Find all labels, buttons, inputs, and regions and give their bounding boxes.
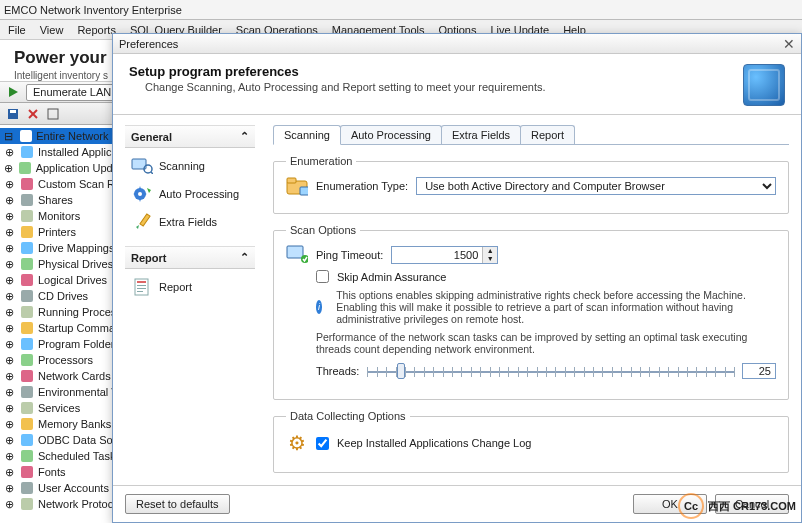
nav-group-report[interactable]: Report ⌃: [125, 246, 255, 269]
navitem-scanning[interactable]: Scanning: [127, 152, 253, 180]
tree-expand-icon[interactable]: ⊕: [2, 209, 16, 223]
tree-node-icon: [20, 225, 34, 239]
ok-button[interactable]: OK: [633, 494, 707, 514]
threads-value[interactable]: [742, 363, 776, 379]
tree-item[interactable]: ⊕Scheduled Tasks: [0, 448, 130, 464]
nav-tree[interactable]: ⊟Entire Network - (0⊕Installed Applicati…: [0, 128, 130, 523]
spinner-up-icon[interactable]: ▲: [483, 247, 497, 255]
tree-expand-icon[interactable]: ⊕: [2, 193, 16, 207]
tree-node-icon: [20, 209, 34, 223]
ping-timeout-value[interactable]: [392, 248, 482, 262]
tree-item[interactable]: ⊕Application Update: [0, 160, 130, 176]
tree-expand-icon[interactable]: ⊕: [2, 145, 16, 159]
tree-item[interactable]: ⊕User Accounts: [0, 480, 130, 496]
menu-file[interactable]: File: [8, 24, 26, 36]
tree-item[interactable]: ⊕ODBC Data Sourc: [0, 432, 130, 448]
tree-expand-icon[interactable]: ⊕: [2, 401, 16, 415]
tree-item[interactable]: ⊕Drive Mappings: [0, 240, 130, 256]
skip-admin-hint: This options enables skipping administra…: [336, 289, 776, 325]
tree-item[interactable]: ⊕Memory Banks: [0, 416, 130, 432]
cancel-button[interactable]: Cancel: [715, 494, 789, 514]
menu-view[interactable]: View: [40, 24, 64, 36]
play-icon[interactable]: [6, 85, 20, 99]
tree-item[interactable]: ⊕Monitors: [0, 208, 130, 224]
tree-node-icon: [20, 353, 34, 367]
tree-expand-icon[interactable]: ⊕: [2, 465, 16, 479]
tree-node-icon: [20, 481, 34, 495]
svg-rect-6: [20, 130, 32, 142]
svg-rect-22: [21, 386, 33, 398]
info-icon: i: [316, 300, 322, 314]
tree-item[interactable]: ⊕Custom Scan Res: [0, 176, 130, 192]
enumerate-lan-label: Enumerate LAN: [33, 86, 111, 98]
tree-expand-icon[interactable]: ⊕: [2, 353, 16, 367]
navitem-autoproc[interactable]: Auto Processing: [127, 180, 253, 208]
tree-item[interactable]: ⊕Processors: [0, 352, 130, 368]
tree-expand-icon[interactable]: ⊕: [2, 161, 15, 175]
tab-extrafields[interactable]: Extra Fields: [441, 125, 521, 144]
tab-autoprocessing[interactable]: Auto Processing: [340, 125, 442, 144]
tree-expand-icon[interactable]: ⊕: [2, 369, 16, 383]
tree-expand-icon[interactable]: ⊕: [2, 289, 16, 303]
svg-rect-29: [21, 498, 33, 510]
svg-rect-21: [21, 370, 33, 382]
close-icon[interactable]: ✕: [783, 36, 795, 52]
group-scanoptions: Scan Options Ping Timeout: ▲ ▼ Skip Admi…: [273, 224, 789, 400]
tree-item[interactable]: ⊕Program Folders: [0, 336, 130, 352]
tree-item[interactable]: ⊕Installed Applicati: [0, 144, 130, 160]
navitem-extrafields[interactable]: Extra Fields: [127, 208, 253, 236]
tree-item[interactable]: ⊕Services: [0, 400, 130, 416]
tree-expand-icon[interactable]: ⊕: [2, 225, 16, 239]
tree-item[interactable]: ⊕Fonts: [0, 464, 130, 480]
tree-item[interactable]: ⊕Logical Drives: [0, 272, 130, 288]
tree-expand-icon[interactable]: ⊕: [2, 337, 16, 351]
menu-reports[interactable]: Reports: [77, 24, 116, 36]
reset-defaults-button[interactable]: Reset to defaults: [125, 494, 230, 514]
navitem-report[interactable]: Report: [127, 273, 253, 301]
tree-expand-icon[interactable]: ⊕: [2, 257, 16, 271]
svg-rect-27: [21, 466, 33, 478]
svg-rect-20: [21, 354, 33, 366]
svg-rect-12: [21, 226, 33, 238]
keep-log-checkbox[interactable]: [316, 437, 329, 450]
tree-expand-icon[interactable]: ⊕: [2, 417, 16, 431]
tree-item[interactable]: ⊕Running Processe: [0, 304, 130, 320]
tree-expand-icon[interactable]: ⊕: [2, 497, 16, 511]
tree-expand-icon[interactable]: ⊕: [2, 305, 16, 319]
tree-item[interactable]: ⊕CD Drives: [0, 288, 130, 304]
threads-slider[interactable]: [367, 361, 734, 381]
save-icon[interactable]: [6, 107, 20, 121]
svg-point-34: [138, 192, 142, 196]
keep-log-label: Keep Installed Applications Change Log: [337, 437, 531, 449]
tree-expand-icon[interactable]: ⊕: [2, 481, 16, 495]
tree-item[interactable]: ⊕Network Protocols: [0, 496, 130, 512]
tree-expand-icon[interactable]: ⊕: [2, 385, 16, 399]
tree-item[interactable]: ⊕Physical Drives: [0, 256, 130, 272]
delete-icon[interactable]: [26, 107, 40, 121]
tree-item[interactable]: ⊕Environmental Var: [0, 384, 130, 400]
dialog-header-desc: Change Scanning, Auto Processing and Rep…: [145, 81, 546, 93]
tree-expand-icon[interactable]: ⊕: [2, 177, 16, 191]
nav-group-general[interactable]: General ⌃: [125, 125, 255, 148]
tree-expand-icon[interactable]: ⊕: [2, 433, 16, 447]
tree-item[interactable]: ⊕Network Cards: [0, 368, 130, 384]
properties-icon[interactable]: [46, 107, 60, 121]
enum-type-select[interactable]: Use both Active Directory and Computer B…: [416, 177, 776, 195]
svg-marker-35: [147, 188, 151, 193]
tree-item[interactable]: ⊕Printers: [0, 224, 130, 240]
tab-report[interactable]: Report: [520, 125, 575, 144]
tree-expand-icon[interactable]: ⊕: [2, 321, 16, 335]
skip-admin-checkbox[interactable]: [316, 270, 329, 283]
tree-expand-icon[interactable]: ⊕: [2, 449, 16, 463]
spinner-down-icon[interactable]: ▼: [483, 255, 497, 263]
tree-expand-icon[interactable]: ⊟: [2, 129, 15, 143]
dialog-titlebar[interactable]: Preferences ✕: [113, 34, 801, 54]
tree-item[interactable]: ⊟Entire Network - (0: [0, 128, 130, 144]
ping-timeout-spinner[interactable]: ▲ ▼: [391, 246, 498, 264]
tree-expand-icon[interactable]: ⊕: [2, 241, 16, 255]
tree-node-icon: [20, 465, 34, 479]
tree-item[interactable]: ⊕Startup Command: [0, 320, 130, 336]
tab-scanning[interactable]: Scanning: [273, 125, 341, 145]
tree-item[interactable]: ⊕Shares: [0, 192, 130, 208]
tree-expand-icon[interactable]: ⊕: [2, 273, 16, 287]
